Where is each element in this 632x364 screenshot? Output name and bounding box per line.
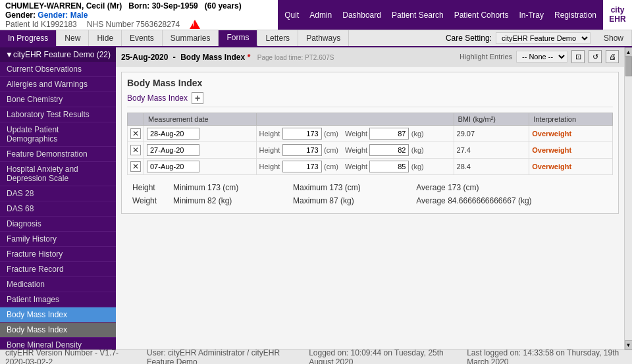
sidebar-item-current-obs[interactable]: Current Observations [0, 62, 116, 77]
admin-link[interactable]: Admin [309, 11, 332, 20]
date-input-3[interactable] [147, 161, 199, 172]
summary-weight-min: Minimum 82 (kg) [169, 195, 288, 207]
tab-bar: In Progress New Hide Events Summaries Fo… [0, 30, 632, 47]
page-load-time: Page load time: PT2.607S [257, 54, 334, 61]
in-tray-link[interactable]: In-Tray [519, 11, 544, 20]
summary-weight-avg: Average 84.6666666666667 (kg) [412, 195, 612, 207]
height-label-2: Height [259, 146, 280, 154]
page-title: 25-Aug-2020 - Body Mass Index * Page loa… [121, 52, 334, 62]
weight-unit-3: (kg) [411, 163, 424, 170]
tab-in-progress[interactable]: In Progress [0, 30, 57, 46]
sidebar-item-das28[interactable]: DAS 28 [0, 186, 116, 201]
sidebar-item-medication[interactable]: Medication [0, 277, 116, 292]
patient-info: CHUMLEY-WARREN, Cecil (Mr) Born: 30-Sep-… [0, 0, 278, 30]
tab-letters[interactable]: Letters [257, 30, 298, 46]
weight-input-2[interactable] [369, 144, 409, 156]
sidebar-item-fracture-history[interactable]: Fracture History [0, 247, 116, 262]
highlight-label: Highlight Entries [460, 53, 512, 61]
summary-weight-row: Weight Minimum 82 (kg) Maximum 87 (kg) A… [128, 195, 612, 207]
sidebar-item-bmi-1[interactable]: Body Mass Index [0, 307, 116, 323]
delete-row-1[interactable]: ✕ [130, 128, 141, 139]
patient-search-link[interactable]: Patient Search [392, 11, 444, 20]
sidebar-item-family-history[interactable]: Family History [0, 232, 116, 247]
tab-events[interactable]: Events [122, 30, 163, 46]
bmi-value-3: 28.4 [454, 159, 529, 175]
page-controls: Highlight Entries -- None -- ⊡ ↺ 🖨 [460, 50, 619, 63]
table-row: ✕ Height (cm) Weight (kg) [128, 126, 613, 142]
date-input-1[interactable] [147, 128, 199, 140]
delete-row-2[interactable]: ✕ [130, 145, 141, 155]
bmi-section: Body Mass Index Body Mass Index + Measur… [121, 72, 619, 214]
main-layout: ▼ cityEHR Feature Demo (22) Current Obse… [0, 47, 632, 350]
sidebar-item-patient-images[interactable]: Patient Images [0, 292, 116, 307]
version-label: cityEHR Version Number - V1.7-2020-03-02… [5, 348, 136, 365]
patient-cohorts-link[interactable]: Patient Cohorts [454, 11, 509, 20]
sidebar-item-feature-demo[interactable]: Feature Demonstration [0, 147, 116, 162]
summary-weight-label: Weight [128, 195, 168, 207]
vertical-scrollbar[interactable]: ▲ ▼ [624, 47, 632, 350]
sidebar-item-bmi-2[interactable]: Body Mass Index [0, 323, 116, 338]
weight-input-1[interactable] [369, 128, 409, 140]
bmi-index-bar: Body Mass Index + [127, 92, 613, 107]
tab-show[interactable]: Show [596, 30, 632, 46]
tab-summaries[interactable]: Summaries [163, 30, 219, 46]
sidebar-item-update-demographics[interactable]: Update Patient Demographics [0, 122, 116, 147]
height-input-3[interactable] [282, 161, 322, 172]
sidebar-section-header[interactable]: ▼ cityEHR Feature Demo (22) [0, 47, 116, 62]
logged-on-label: Logged on: 10:09:44 on Tuesday, 25th Aug… [309, 348, 456, 365]
sidebar-item-das68[interactable]: DAS 68 [0, 201, 116, 217]
height-input-1[interactable] [282, 128, 322, 140]
warning-icon[interactable]: ! [190, 20, 200, 29]
sidebar: ▼ cityEHR Feature Demo (22) Current Obse… [0, 47, 116, 350]
summary-height-label: Height [128, 182, 168, 194]
registration-link[interactable]: Registration [554, 11, 596, 20]
icon-btn-1[interactable]: ⊡ [571, 50, 585, 63]
height-label-3: Height [259, 163, 280, 170]
sidebar-item-lab-tests[interactable]: Laboratory Test Results [0, 107, 116, 122]
highlight-select[interactable]: -- None -- [516, 51, 567, 63]
dashboard-link[interactable]: Dashboard [342, 11, 381, 20]
quit-link[interactable]: Quit [284, 11, 299, 20]
interpretation-3: Overweight [529, 159, 613, 175]
content-area: 25-Aug-2020 - Body Mass Index * Page loa… [116, 47, 624, 350]
add-bmi-button[interactable]: + [192, 92, 203, 104]
scroll-track[interactable] [625, 57, 632, 340]
sidebar-item-bone-chem[interactable]: Bone Chemistry [0, 92, 116, 107]
weight-input-3[interactable] [369, 161, 409, 172]
height-label-1: Height [259, 130, 280, 138]
icon-btn-3[interactable]: 🖨 [606, 50, 619, 63]
height-input-2[interactable] [282, 144, 322, 156]
delete-row-3[interactable]: ✕ [130, 161, 141, 172]
sidebar-item-hads[interactable]: Hospital Anxiety and Depression Scale [0, 162, 116, 186]
height-unit-2: (cm) [324, 146, 338, 154]
tab-hide[interactable]: Hide [89, 30, 122, 46]
care-setting-select[interactable]: cityEHR Feature Demo [496, 32, 591, 44]
tab-pathways[interactable]: Pathways [298, 30, 349, 46]
icon-btn-2[interactable]: ↺ [589, 50, 602, 63]
tab-forms[interactable]: Forms [219, 30, 257, 46]
sidebar-item-diagnosis[interactable]: Diagnosis [0, 217, 116, 232]
care-setting: Care Setting: cityEHR Feature Demo [440, 30, 596, 46]
scroll-thumb[interactable] [625, 57, 632, 76]
weight-unit-2: (kg) [411, 146, 424, 154]
col-bmi: BMI (kg/m²) [454, 113, 529, 126]
bmi-section-title: Body Mass Index [127, 78, 613, 88]
sidebar-item-allergies[interactable]: Allergies and Warnings [0, 77, 116, 92]
height-unit-3: (cm) [324, 163, 338, 170]
summary-height-max: Maximum 173 (cm) [289, 182, 411, 194]
bmi-value-1: 29.07 [454, 126, 529, 142]
table-row: ✕ Height (cm) Weight (kg) [128, 159, 613, 175]
scroll-up-button[interactable]: ▲ [625, 47, 633, 57]
interpretation-2: Overweight [529, 142, 613, 159]
col-delete [128, 113, 144, 126]
tab-new[interactable]: New [57, 30, 89, 46]
city-ehr-logo: city EHR [603, 0, 632, 29]
date-input-2[interactable] [147, 144, 199, 156]
patient-name: CHUMLEY-WARREN, Cecil (Mr) Born: 30-Sep-… [5, 1, 273, 20]
page-header: 25-Aug-2020 - Body Mass Index * Page loa… [116, 47, 624, 66]
user-label: User: cityEHR Administrator / cityEHR Fe… [147, 348, 298, 365]
sidebar-item-fracture-record[interactable]: Fracture Record [0, 262, 116, 277]
patient-details: Patient Id K1992183 NHS Number 756362827… [5, 20, 273, 29]
summary-height-min: Minimum 173 (cm) [169, 182, 288, 194]
weight-label-2: Weight [345, 146, 367, 154]
